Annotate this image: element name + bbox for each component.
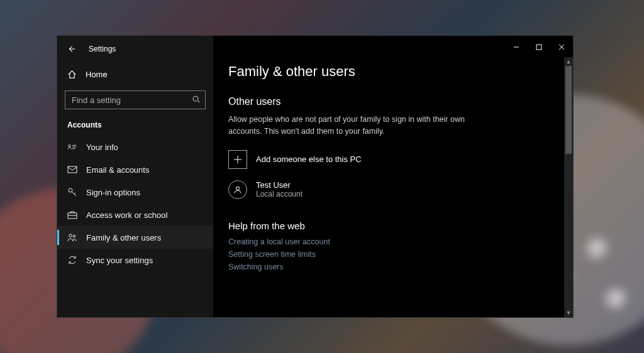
search-wrap <box>65 90 206 109</box>
scroll-down-icon[interactable]: ▼ <box>564 308 573 317</box>
people-icon <box>67 232 77 242</box>
briefcase-icon <box>67 210 77 220</box>
sidebar: Settings Home Accounts Your info Email &… <box>57 36 213 317</box>
svg-point-1 <box>69 144 71 147</box>
key-icon <box>67 187 77 197</box>
content-area: Family & other users Other users Allow p… <box>213 36 573 317</box>
scroll-thumb[interactable] <box>565 66 572 154</box>
scroll-up-icon[interactable]: ▲ <box>564 57 573 66</box>
nav-label: Access work or school <box>86 210 167 220</box>
nav-access-work-school[interactable]: Access work or school <box>57 204 213 226</box>
svg-point-3 <box>69 188 72 192</box>
close-icon <box>558 44 565 50</box>
nav-email-accounts[interactable]: Email & accounts <box>57 158 213 181</box>
add-user-label: Add someone else to this PC <box>256 155 362 164</box>
scrollbar[interactable]: ▲ ▼ <box>564 57 573 317</box>
minimize-icon <box>513 44 519 50</box>
sync-icon <box>67 255 77 265</box>
nav: Your info Email & accounts Sign-in optio… <box>57 136 213 271</box>
maximize-button[interactable] <box>528 38 550 56</box>
mail-icon <box>67 165 77 175</box>
titlebar-right <box>213 36 573 57</box>
svg-point-5 <box>69 234 72 237</box>
nav-your-info[interactable]: Your info <box>57 136 213 158</box>
nav-label: Your info <box>86 143 118 152</box>
section-label: Accounts <box>57 109 213 136</box>
nav-label: Family & other users <box>86 233 161 242</box>
user-text: Test User Local account <box>256 180 303 198</box>
user-name: Test User <box>256 180 303 190</box>
app-title: Settings <box>89 45 116 53</box>
page-title: Family & other users <box>228 63 558 80</box>
nav-signin-options[interactable]: Sign-in options <box>57 181 213 204</box>
avatar-icon <box>228 180 247 199</box>
nav-sync-settings[interactable]: Sync your settings <box>57 249 213 271</box>
home-icon <box>67 70 77 79</box>
help-heading: Help from the web <box>228 220 558 231</box>
person-card-icon <box>67 142 77 152</box>
svg-rect-2 <box>68 166 77 173</box>
user-row[interactable]: Test User Local account <box>228 180 558 199</box>
nav-label: Email & accounts <box>86 165 149 175</box>
search-icon <box>192 95 201 104</box>
svg-point-0 <box>193 96 198 101</box>
other-users-description: Allow people who are not part of your fa… <box>228 114 492 138</box>
other-users-heading: Other users <box>228 96 558 107</box>
help-link-create-account[interactable]: Creating a local user account <box>228 237 558 246</box>
arrow-left-icon <box>67 45 75 53</box>
nav-family-other-users[interactable]: Family & other users <box>57 226 213 249</box>
close-button[interactable] <box>550 38 573 56</box>
help-link-screen-time[interactable]: Setting screen time limits <box>228 250 558 259</box>
svg-point-8 <box>236 187 239 190</box>
nav-label: Sign-in options <box>86 188 140 197</box>
scroll-track[interactable] <box>564 66 573 308</box>
content: Family & other users Other users Allow p… <box>213 57 573 317</box>
search-input[interactable] <box>65 90 206 109</box>
maximize-icon <box>536 44 542 50</box>
nav-label: Sync your settings <box>86 256 153 265</box>
svg-rect-7 <box>536 45 541 50</box>
user-type: Local account <box>256 190 303 198</box>
back-button[interactable] <box>62 40 80 58</box>
minimize-button[interactable] <box>505 38 528 56</box>
plus-icon <box>228 150 247 169</box>
titlebar-left: Settings <box>57 38 213 60</box>
help-link-switch-users[interactable]: Switching users <box>228 263 558 271</box>
home-nav[interactable]: Home <box>57 63 213 85</box>
svg-point-6 <box>73 235 75 237</box>
home-label: Home <box>86 70 108 79</box>
settings-window: Settings Home Accounts Your info Email &… <box>57 35 574 318</box>
add-user-button[interactable]: Add someone else to this PC <box>228 150 558 169</box>
